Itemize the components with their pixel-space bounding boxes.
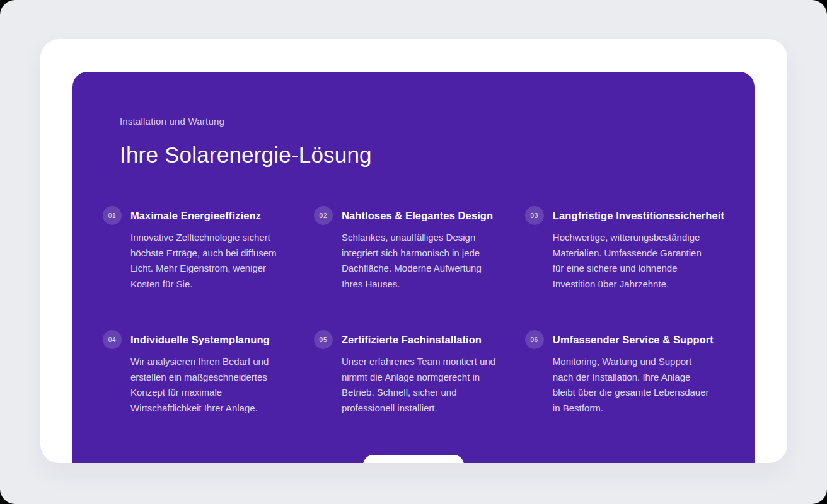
feature-number-badge: 03	[525, 206, 544, 225]
feature-item-1: 01 Maximale Energieeffizienz Innovative …	[103, 206, 285, 292]
feature-description: Monitoring, Wartung und Support nach der…	[553, 354, 714, 416]
column-divider	[103, 311, 285, 311]
features-grid: 01 Maximale Energieeffizienz Innovative …	[103, 206, 724, 416]
feature-number: 02	[320, 212, 328, 219]
cta-button[interactable]	[363, 455, 464, 463]
column-divider	[525, 311, 724, 311]
feature-description: Innovative Zelltechnologie sichert höchs…	[130, 230, 285, 292]
feature-item-6: 06 Umfassender Service & Support Monitor…	[525, 330, 724, 416]
section-header: Installation und Wartung Ihre Solarenerg…	[103, 115, 724, 170]
feature-item-5: 05 Zertifizierte Fachinstallation Unser …	[314, 330, 496, 416]
feature-number-badge: 02	[314, 206, 333, 225]
feature-title: Maximale Energieeffizienz	[130, 206, 285, 225]
feature-title: Zertifizierte Fachinstallation	[342, 330, 496, 349]
feature-title: Umfassender Service & Support	[553, 330, 724, 349]
feature-description: Unser erfahrenes Team montiert und nimmt…	[342, 354, 496, 416]
feature-item-2: 02 Nahtloses & Elegantes Design Schlanke…	[314, 206, 496, 292]
feature-number-badge: 06	[525, 330, 544, 349]
page-title: Ihre Solarenergie-Lösung	[120, 140, 724, 170]
feature-number: 05	[320, 336, 328, 343]
feature-number: 01	[108, 212, 117, 219]
feature-number-badge: 01	[103, 206, 122, 225]
feature-number: 03	[530, 212, 538, 219]
page-background: Installation und Wartung Ihre Solarenerg…	[0, 0, 827, 504]
solar-features-section: Installation und Wartung Ihre Solarenerg…	[72, 72, 755, 463]
feature-title: Nahtloses & Elegantes Design	[342, 206, 496, 225]
feature-number: 04	[108, 336, 117, 343]
feature-description: Wir analysieren Ihren Bedarf und erstell…	[130, 354, 285, 416]
column-divider	[314, 311, 496, 311]
feature-number-badge: 04	[103, 330, 122, 349]
section-eyebrow: Installation und Wartung	[120, 115, 724, 129]
content-card: Installation und Wartung Ihre Solarenerg…	[40, 39, 787, 463]
feature-description: Hochwertige, witterungsbeständige Materi…	[553, 230, 714, 292]
feature-title: Langfristige Investitionssicherheit	[553, 206, 724, 225]
feature-item-4: 04 Individuelle Systemplanung Wir analys…	[103, 330, 285, 416]
feature-number: 06	[530, 336, 538, 343]
feature-title: Individuelle Systemplanung	[130, 330, 285, 349]
feature-item-3: 03 Langfristige Investitionssicherheit H…	[525, 206, 724, 292]
feature-number-badge: 05	[314, 330, 333, 349]
feature-description: Schlankes, unauffälliges Design integrie…	[342, 230, 496, 292]
